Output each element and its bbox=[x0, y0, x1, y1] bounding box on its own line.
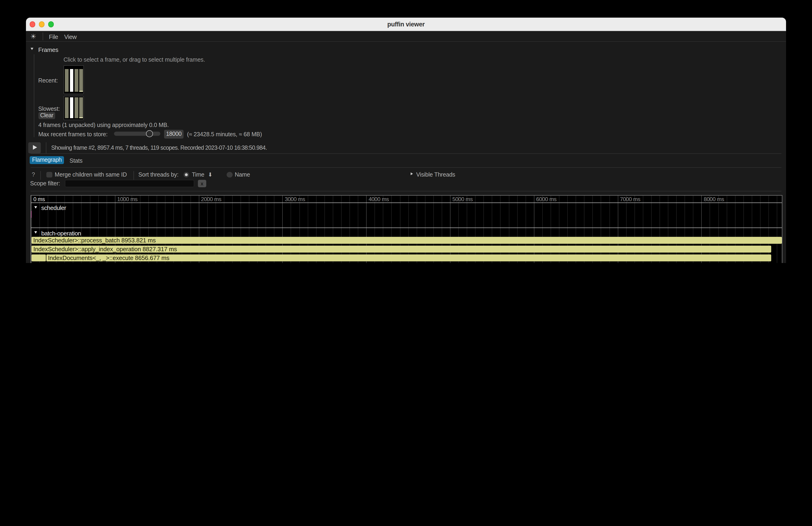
help-button[interactable]: ? bbox=[32, 172, 35, 178]
thread-collapse-icon[interactable] bbox=[34, 231, 37, 234]
grid-line-minor bbox=[241, 195, 241, 263]
tab-flamegraph[interactable]: Flamegraph bbox=[30, 156, 64, 164]
grid-line-minor bbox=[475, 195, 476, 263]
grid-line-minor bbox=[525, 195, 526, 263]
slowest-label: Slowest: bbox=[38, 106, 60, 112]
axis-tick-label: 3000 ms bbox=[285, 196, 305, 203]
grid-line-minor bbox=[635, 195, 635, 263]
scope-bar[interactable]: IndexScheduler>::apply_index_operation 8… bbox=[31, 245, 771, 252]
max-frames-note: (≈ 23428.5 minutes, ≈ 68 MB) bbox=[187, 132, 262, 137]
frames-collapse-icon[interactable] bbox=[31, 48, 33, 50]
frame-bar[interactable] bbox=[75, 69, 78, 92]
axis-tick-label: 0 ms bbox=[33, 196, 45, 203]
tab-stats[interactable]: Stats bbox=[70, 158, 83, 164]
scope-bar[interactable] bbox=[31, 254, 46, 261]
thread-collapse-icon[interactable] bbox=[34, 206, 37, 208]
recent-frames-thumbnail[interactable] bbox=[63, 65, 84, 94]
grid-line-minor bbox=[123, 195, 124, 263]
grid-line-minor bbox=[459, 195, 459, 263]
max-frames-slider[interactable] bbox=[114, 132, 160, 136]
menu-view[interactable]: View bbox=[64, 33, 77, 40]
thread-name[interactable]: scheduler bbox=[41, 204, 66, 211]
play-button[interactable] bbox=[28, 142, 41, 153]
menu-file[interactable]: File bbox=[49, 33, 58, 40]
menubar: ☀ File View bbox=[26, 31, 786, 42]
filter-clear-button[interactable]: x bbox=[198, 179, 206, 187]
scope-filter-input[interactable] bbox=[65, 179, 194, 187]
frames-hint: Click to select a frame, or drag to sele… bbox=[63, 57, 205, 62]
separator bbox=[40, 171, 41, 180]
grid-line-minor bbox=[425, 195, 425, 263]
sort-threads-label: Sort threads by: bbox=[138, 172, 178, 178]
clear-button[interactable]: Clear bbox=[38, 112, 55, 119]
grid-line-minor bbox=[743, 195, 744, 263]
grid-line-minor bbox=[39, 195, 40, 263]
frames-summary: 4 frames (1 unpacked) using approximatel… bbox=[39, 122, 169, 128]
grid-line-minor bbox=[693, 195, 694, 263]
max-frames-value[interactable]: 18000 bbox=[164, 130, 184, 138]
grid-line-minor bbox=[358, 195, 358, 263]
scope-bar[interactable]: IndexDocuments<_, _>::execute 8656.677 m… bbox=[46, 254, 771, 261]
grid-line-major bbox=[618, 195, 618, 263]
axis-tick-label: 7000 ms bbox=[620, 196, 640, 203]
play-icon bbox=[33, 145, 37, 150]
grid-line-minor bbox=[349, 195, 350, 263]
frame-bar[interactable] bbox=[70, 97, 73, 118]
sort-time-label[interactable]: Time bbox=[192, 172, 204, 178]
scope-bar[interactable]: IndexScheduler>::process_batch 8953.821 … bbox=[31, 237, 782, 244]
grid-line-minor bbox=[207, 195, 207, 263]
grid-line-minor bbox=[777, 195, 777, 263]
grid-line-major bbox=[534, 195, 534, 263]
radio-sort-name[interactable] bbox=[227, 172, 232, 177]
separator bbox=[31, 154, 781, 154]
visible-threads-collapse-icon[interactable] bbox=[411, 172, 413, 175]
grid-line-major bbox=[450, 195, 450, 263]
recent-label: Recent: bbox=[38, 78, 58, 84]
frame-bar[interactable] bbox=[79, 97, 83, 117]
slider-knob[interactable] bbox=[146, 130, 153, 137]
grid-line-minor bbox=[324, 195, 325, 263]
grid-line-minor bbox=[584, 195, 585, 263]
titlebar[interactable]: puffin viewer bbox=[26, 18, 786, 31]
grid-line-minor bbox=[601, 195, 601, 263]
frame-bar-tip bbox=[79, 91, 83, 92]
grid-line-minor bbox=[400, 195, 400, 263]
grid-line-minor bbox=[232, 195, 233, 263]
frame-bar[interactable] bbox=[75, 97, 78, 118]
radio-sort-time[interactable] bbox=[183, 172, 189, 177]
merge-checkbox[interactable] bbox=[46, 172, 52, 177]
grid-line-minor bbox=[132, 195, 132, 263]
frame-bar[interactable] bbox=[65, 69, 69, 92]
grid-line-minor bbox=[500, 195, 501, 263]
scope-filter-label: Scope filter: bbox=[30, 180, 60, 186]
grid-line-minor bbox=[333, 195, 333, 263]
grid-line-minor bbox=[433, 195, 434, 263]
frame-bar[interactable] bbox=[79, 69, 83, 91]
grid-line-major bbox=[31, 195, 31, 263]
scope-bar[interactable] bbox=[31, 211, 31, 218]
visible-threads-label[interactable]: Visible Threads bbox=[416, 172, 455, 178]
grid-line-minor bbox=[383, 195, 383, 263]
grid-line-minor bbox=[98, 195, 99, 263]
frame-bar[interactable] bbox=[70, 69, 73, 92]
sort-direction-arrow-icon[interactable]: ⬇ bbox=[208, 172, 213, 178]
grid-line-minor bbox=[752, 195, 752, 263]
thread-name[interactable]: batch-operation bbox=[41, 230, 81, 237]
frames-section-header[interactable]: Frames bbox=[38, 47, 58, 53]
grid-line-minor bbox=[265, 195, 266, 263]
grid-line-minor bbox=[174, 195, 174, 263]
grid-line-minor bbox=[668, 195, 668, 263]
slowest-frames-thumbnail[interactable] bbox=[63, 96, 84, 120]
grid-line-major bbox=[115, 195, 115, 263]
merge-label[interactable]: Merge children with same ID bbox=[55, 172, 127, 178]
grid-line-minor bbox=[299, 195, 300, 263]
sort-name-label[interactable]: Name bbox=[235, 172, 250, 178]
frame-bar-tip bbox=[79, 117, 83, 118]
frame-bar[interactable] bbox=[65, 97, 69, 118]
grid-line-minor bbox=[676, 195, 677, 263]
grid-line-minor bbox=[442, 195, 442, 263]
separator bbox=[31, 167, 781, 167]
theme-sun-icon[interactable]: ☀ bbox=[30, 32, 37, 41]
flamegraph-canvas[interactable]: 0 ms0 ms1000 ms1000 ms2000 ms2000 ms3000… bbox=[31, 195, 782, 263]
grid-line-minor bbox=[659, 195, 660, 263]
